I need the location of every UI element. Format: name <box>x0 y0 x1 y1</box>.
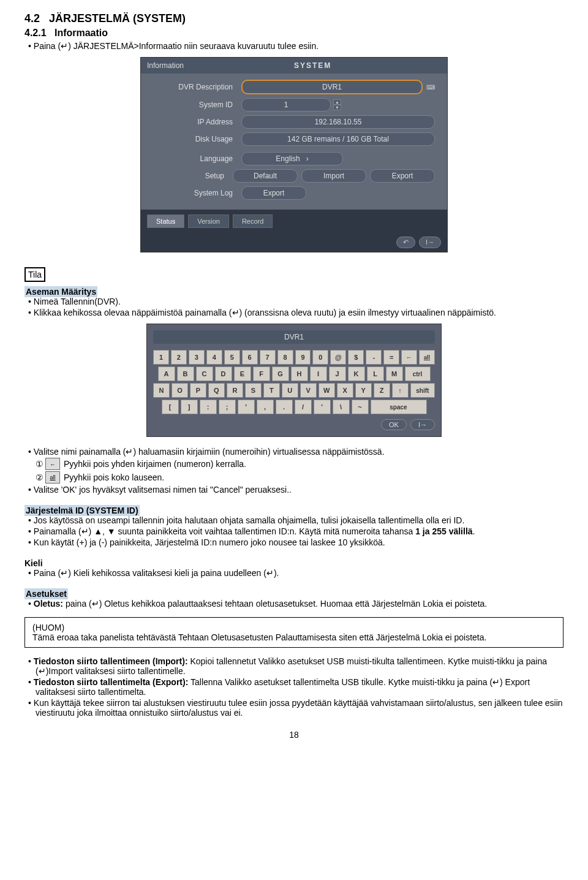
key[interactable]: X <box>337 383 353 398</box>
lang-field[interactable]: English › <box>241 152 343 165</box>
key[interactable]: = <box>383 350 399 365</box>
system-id-field[interactable]: 1 <box>241 98 331 112</box>
key[interactable]: Q <box>208 383 225 398</box>
key[interactable]: V <box>300 383 317 398</box>
keyboard-icon[interactable]: ⌨ <box>426 84 435 91</box>
key[interactable]: 2 <box>171 350 187 365</box>
key[interactable]: ~ <box>352 400 369 414</box>
key[interactable]: T <box>263 383 280 398</box>
note-label: (HUOM) <box>32 623 556 632</box>
key[interactable]: C <box>196 366 213 381</box>
key[interactable]: 5 <box>224 350 240 365</box>
panel-exit-button[interactable]: I→ <box>419 237 441 248</box>
key[interactable]: L <box>367 366 384 381</box>
nimea-bullet: Nimeä Tallennin(DVR). <box>36 297 564 306</box>
key[interactable]: ; <box>219 400 236 414</box>
key[interactable]: D <box>215 366 232 381</box>
key[interactable]: S <box>245 383 262 398</box>
key[interactable]: ' <box>238 400 255 414</box>
ip-label: IP Address <box>147 118 241 126</box>
key[interactable]: 3 <box>189 350 205 365</box>
key[interactable]: R <box>227 383 243 398</box>
key[interactable]: Z <box>374 383 390 398</box>
key[interactable]: E <box>234 366 251 381</box>
key[interactable]: ' <box>314 400 331 414</box>
tab-status[interactable]: Status <box>147 214 184 228</box>
export-bullet: Tiedoston siirto tallentimelta (Export):… <box>36 677 564 697</box>
key[interactable]: [ <box>162 400 179 414</box>
setup-label: Setup <box>147 172 233 180</box>
key[interactable]: , <box>257 400 274 414</box>
key[interactable]: 9 <box>295 350 311 365</box>
key[interactable]: 0 <box>312 350 328 365</box>
key[interactable]: 7 <box>260 350 276 365</box>
panel-title-right: SYSTEM <box>294 61 441 70</box>
key[interactable]: A <box>158 366 175 381</box>
key[interactable]: 4 <box>206 350 222 365</box>
chevron-right-icon: › <box>306 154 309 163</box>
kb-title-field[interactable]: DVR1 <box>153 330 435 344</box>
key[interactable]: ] <box>181 400 198 414</box>
panel-title-left: Information <box>147 61 294 70</box>
spinner-down-icon[interactable]: ▼ <box>333 105 341 110</box>
setup-default-button[interactable]: Default <box>233 169 298 183</box>
setup-import-button[interactable]: Import <box>301 169 366 183</box>
key[interactable]: F <box>253 366 270 381</box>
spinner-up-icon[interactable]: ▲ <box>333 99 341 105</box>
klikkaa-bullet: Klikkaa kehikossa olevaa näppäimistöä pa… <box>36 308 564 317</box>
key[interactable]: I <box>310 366 327 381</box>
key-backspace[interactable]: ← <box>401 350 417 365</box>
virtual-keyboard: DVR1 1 2 3 4 5 6 7 8 9 0 @ $ - = ← all A… <box>146 324 442 437</box>
key[interactable]: B <box>177 366 194 381</box>
key[interactable]: ↑ <box>392 383 409 398</box>
note-text: Tämä eroaa taka panelista tehtävästä Teh… <box>32 632 556 642</box>
tab-version[interactable]: Version <box>188 214 229 228</box>
kb-exit-button[interactable]: I→ <box>410 419 435 430</box>
key[interactable]: 8 <box>277 350 293 365</box>
all-icon: all <box>45 471 60 484</box>
key[interactable]: : <box>200 400 217 414</box>
key[interactable]: M <box>386 366 403 381</box>
key[interactable]: P <box>190 383 206 398</box>
key[interactable]: @ <box>330 350 346 365</box>
key[interactable]: Y <box>355 383 372 398</box>
key[interactable]: \ <box>333 400 350 414</box>
key[interactable]: . <box>276 400 293 414</box>
jarj-id-bullet-1: Jos käytössä on useampi tallennin joita … <box>36 515 564 525</box>
pyyhkii-1: ① ← Pyyhkii pois yhden kirjaimen (numero… <box>36 458 564 470</box>
key-space[interactable]: space <box>371 400 427 414</box>
key[interactable]: K <box>348 366 365 381</box>
key[interactable]: N <box>153 383 170 398</box>
key[interactable]: W <box>318 383 335 398</box>
tab-record[interactable]: Record <box>233 214 273 228</box>
system-id-spinner[interactable]: ▲▼ <box>333 99 341 110</box>
valitse-ok-bullet: Valitse 'OK' jos hyväksyt valitsemasi ni… <box>36 485 564 495</box>
system-id-label: System ID <box>147 101 241 109</box>
note-box: (HUOM) Tämä eroaa taka panelista tehtävä… <box>24 617 564 648</box>
key[interactable]: O <box>172 383 188 398</box>
key[interactable]: - <box>366 350 382 365</box>
key-ctrl[interactable]: ctrl <box>405 366 431 381</box>
key-shift[interactable]: shift <box>410 383 435 398</box>
key[interactable]: G <box>272 366 289 381</box>
kb-row-2: A B C D E F G H I J K L M ctrl <box>153 366 435 381</box>
panel-back-button[interactable]: ↶ <box>396 237 415 248</box>
import-bullet: Tiedoston siirto tallentimeen (Import): … <box>36 656 564 676</box>
key-all[interactable]: all <box>419 350 435 365</box>
kb-ok-button[interactable]: OK <box>381 419 407 430</box>
setup-export-button[interactable]: Export <box>370 169 435 183</box>
section-heading: 4.2 JÄRJESTELMÄ (SYSTEM) <box>24 12 564 25</box>
key[interactable]: 6 <box>242 350 258 365</box>
last-bullet: Kun käyttäjä tekee siirron tai alustukse… <box>36 698 564 718</box>
lang-label: Language <box>147 154 241 163</box>
key[interactable]: $ <box>348 350 364 365</box>
syslog-export-button[interactable]: Export <box>241 186 306 200</box>
aseman-maaritys-heading: Aseman Määritys <box>24 286 97 297</box>
valitse-nimi-bullet: Valitse nimi painamalla (↵) haluamasiin … <box>36 447 564 457</box>
dvr-desc-field[interactable]: DVR1 <box>241 80 423 94</box>
key[interactable]: 1 <box>153 350 169 365</box>
key[interactable]: H <box>291 366 308 381</box>
key[interactable]: U <box>282 383 298 398</box>
key[interactable]: / <box>295 400 312 414</box>
key[interactable]: J <box>329 366 346 381</box>
